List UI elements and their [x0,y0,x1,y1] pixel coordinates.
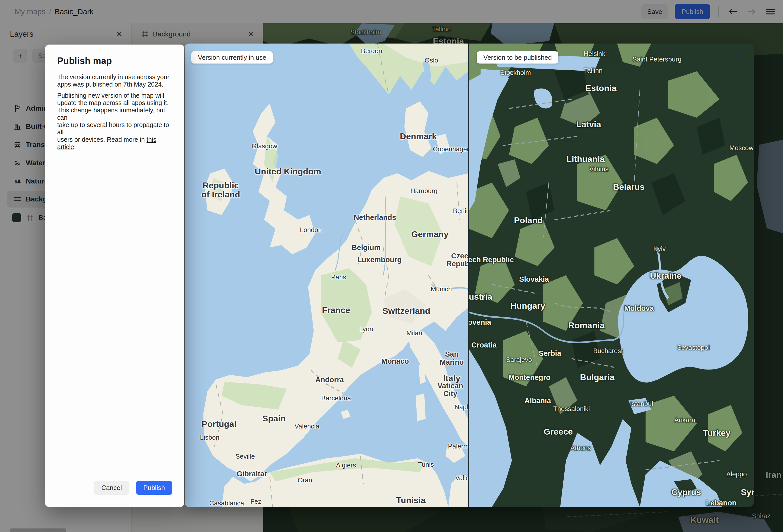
publish-map-modal: Publish map The version currently in use… [45,44,184,507]
modal-paragraph-1: The version currently in use across your… [57,73,172,88]
version-compare-overlay: Version currently in use BergenOsloGlasg… [185,43,754,507]
light-map-art [185,43,468,507]
compare-slider-divider[interactable] [468,43,469,507]
modal-paragraph-2-text: Publishing new version of the map will u… [57,92,169,143]
dark-map-art [469,43,754,507]
compare-close-icon[interactable]: ✕ [734,51,742,61]
modal-title: Publish map [57,56,172,66]
modal-actions: Cancel Publish [57,481,172,495]
map-version-new[interactable]: Version to be published HelsinkiSaint Pe… [469,43,754,507]
version-current-chip: Version currently in use [191,51,273,64]
publish-button-modal[interactable]: Publish [136,481,172,495]
cancel-button[interactable]: Cancel [94,481,129,495]
version-new-chip: Version to be published [477,51,558,64]
modal-paragraph-2: Publishing new version of the map will u… [57,92,172,151]
modal-paragraph-2-period: . [74,143,76,150]
map-version-current[interactable]: Version currently in use BergenOsloGlasg… [185,43,468,507]
map-editor-app: StockholmTallinnEstoniaIranShirazKuwait … [0,0,783,532]
